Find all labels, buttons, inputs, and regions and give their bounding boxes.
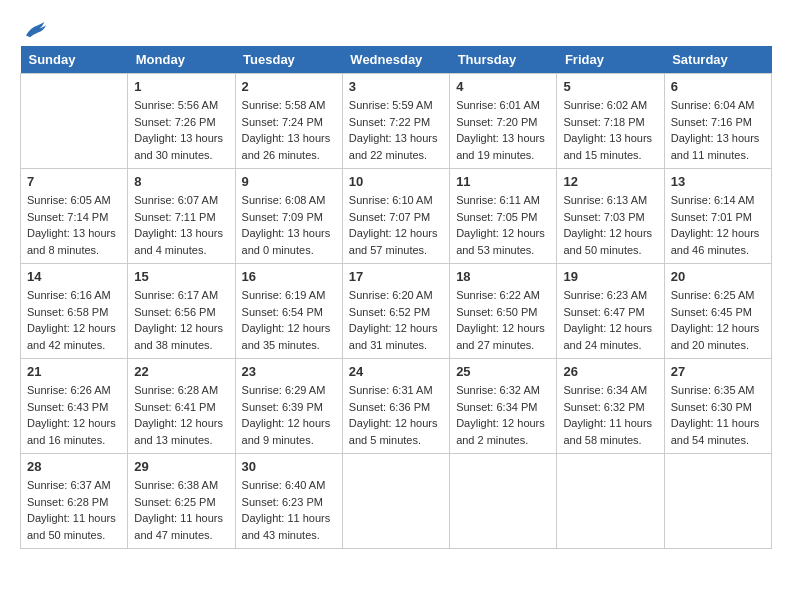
day-info: Sunrise: 6:31 AMSunset: 6:36 PMDaylight:… — [349, 382, 443, 448]
day-info: Sunrise: 6:05 AMSunset: 7:14 PMDaylight:… — [27, 192, 121, 258]
day-number: 14 — [27, 269, 121, 284]
calendar-cell: 5Sunrise: 6:02 AMSunset: 7:18 PMDaylight… — [557, 74, 664, 169]
day-info: Sunrise: 6:34 AMSunset: 6:32 PMDaylight:… — [563, 382, 657, 448]
day-info: Sunrise: 6:32 AMSunset: 6:34 PMDaylight:… — [456, 382, 550, 448]
calendar-cell: 23Sunrise: 6:29 AMSunset: 6:39 PMDayligh… — [235, 359, 342, 454]
day-number: 27 — [671, 364, 765, 379]
calendar-cell: 30Sunrise: 6:40 AMSunset: 6:23 PMDayligh… — [235, 454, 342, 549]
calendar-cell: 26Sunrise: 6:34 AMSunset: 6:32 PMDayligh… — [557, 359, 664, 454]
day-info: Sunrise: 6:20 AMSunset: 6:52 PMDaylight:… — [349, 287, 443, 353]
calendar-cell: 16Sunrise: 6:19 AMSunset: 6:54 PMDayligh… — [235, 264, 342, 359]
day-number: 19 — [563, 269, 657, 284]
day-number: 29 — [134, 459, 228, 474]
calendar-cell: 7Sunrise: 6:05 AMSunset: 7:14 PMDaylight… — [21, 169, 128, 264]
day-number: 3 — [349, 79, 443, 94]
day-number: 28 — [27, 459, 121, 474]
day-number: 8 — [134, 174, 228, 189]
calendar-cell: 24Sunrise: 6:31 AMSunset: 6:36 PMDayligh… — [342, 359, 449, 454]
day-info: Sunrise: 6:02 AMSunset: 7:18 PMDaylight:… — [563, 97, 657, 163]
day-number: 30 — [242, 459, 336, 474]
day-info: Sunrise: 6:07 AMSunset: 7:11 PMDaylight:… — [134, 192, 228, 258]
calendar-cell — [342, 454, 449, 549]
calendar-cell: 29Sunrise: 6:38 AMSunset: 6:25 PMDayligh… — [128, 454, 235, 549]
calendar-cell: 4Sunrise: 6:01 AMSunset: 7:20 PMDaylight… — [450, 74, 557, 169]
day-number: 15 — [134, 269, 228, 284]
day-number: 2 — [242, 79, 336, 94]
day-number: 4 — [456, 79, 550, 94]
calendar-cell: 27Sunrise: 6:35 AMSunset: 6:30 PMDayligh… — [664, 359, 771, 454]
day-info: Sunrise: 6:38 AMSunset: 6:25 PMDaylight:… — [134, 477, 228, 543]
calendar-week-row: 21Sunrise: 6:26 AMSunset: 6:43 PMDayligh… — [21, 359, 772, 454]
day-info: Sunrise: 6:08 AMSunset: 7:09 PMDaylight:… — [242, 192, 336, 258]
day-info: Sunrise: 5:56 AMSunset: 7:26 PMDaylight:… — [134, 97, 228, 163]
weekday-header-sunday: Sunday — [21, 46, 128, 74]
calendar-cell: 3Sunrise: 5:59 AMSunset: 7:22 PMDaylight… — [342, 74, 449, 169]
day-number: 17 — [349, 269, 443, 284]
day-info: Sunrise: 6:16 AMSunset: 6:58 PMDaylight:… — [27, 287, 121, 353]
day-info: Sunrise: 6:22 AMSunset: 6:50 PMDaylight:… — [456, 287, 550, 353]
calendar-week-row: 28Sunrise: 6:37 AMSunset: 6:28 PMDayligh… — [21, 454, 772, 549]
day-number: 26 — [563, 364, 657, 379]
calendar-cell: 17Sunrise: 6:20 AMSunset: 6:52 PMDayligh… — [342, 264, 449, 359]
day-info: Sunrise: 6:17 AMSunset: 6:56 PMDaylight:… — [134, 287, 228, 353]
calendar-cell: 14Sunrise: 6:16 AMSunset: 6:58 PMDayligh… — [21, 264, 128, 359]
logo-bird-icon — [22, 20, 46, 40]
day-number: 16 — [242, 269, 336, 284]
day-number: 18 — [456, 269, 550, 284]
day-number: 13 — [671, 174, 765, 189]
calendar-cell: 25Sunrise: 6:32 AMSunset: 6:34 PMDayligh… — [450, 359, 557, 454]
weekday-header-row: SundayMondayTuesdayWednesdayThursdayFrid… — [21, 46, 772, 74]
day-info: Sunrise: 6:29 AMSunset: 6:39 PMDaylight:… — [242, 382, 336, 448]
day-number: 1 — [134, 79, 228, 94]
day-number: 10 — [349, 174, 443, 189]
day-info: Sunrise: 6:10 AMSunset: 7:07 PMDaylight:… — [349, 192, 443, 258]
day-number: 6 — [671, 79, 765, 94]
calendar-cell: 19Sunrise: 6:23 AMSunset: 6:47 PMDayligh… — [557, 264, 664, 359]
calendar-week-row: 7Sunrise: 6:05 AMSunset: 7:14 PMDaylight… — [21, 169, 772, 264]
calendar-week-row: 1Sunrise: 5:56 AMSunset: 7:26 PMDaylight… — [21, 74, 772, 169]
day-number: 7 — [27, 174, 121, 189]
calendar-cell — [450, 454, 557, 549]
calendar-cell: 9Sunrise: 6:08 AMSunset: 7:09 PMDaylight… — [235, 169, 342, 264]
calendar-cell — [21, 74, 128, 169]
calendar-cell — [557, 454, 664, 549]
calendar-cell: 13Sunrise: 6:14 AMSunset: 7:01 PMDayligh… — [664, 169, 771, 264]
calendar-cell: 20Sunrise: 6:25 AMSunset: 6:45 PMDayligh… — [664, 264, 771, 359]
day-info: Sunrise: 6:35 AMSunset: 6:30 PMDaylight:… — [671, 382, 765, 448]
calendar-cell: 21Sunrise: 6:26 AMSunset: 6:43 PMDayligh… — [21, 359, 128, 454]
page-header — [20, 20, 772, 36]
day-info: Sunrise: 5:59 AMSunset: 7:22 PMDaylight:… — [349, 97, 443, 163]
calendar-table: SundayMondayTuesdayWednesdayThursdayFrid… — [20, 46, 772, 549]
day-info: Sunrise: 6:26 AMSunset: 6:43 PMDaylight:… — [27, 382, 121, 448]
logo — [20, 20, 46, 36]
calendar-cell: 10Sunrise: 6:10 AMSunset: 7:07 PMDayligh… — [342, 169, 449, 264]
weekday-header-thursday: Thursday — [450, 46, 557, 74]
calendar-cell: 28Sunrise: 6:37 AMSunset: 6:28 PMDayligh… — [21, 454, 128, 549]
calendar-cell: 1Sunrise: 5:56 AMSunset: 7:26 PMDaylight… — [128, 74, 235, 169]
day-number: 11 — [456, 174, 550, 189]
calendar-week-row: 14Sunrise: 6:16 AMSunset: 6:58 PMDayligh… — [21, 264, 772, 359]
calendar-cell: 8Sunrise: 6:07 AMSunset: 7:11 PMDaylight… — [128, 169, 235, 264]
day-number: 24 — [349, 364, 443, 379]
weekday-header-monday: Monday — [128, 46, 235, 74]
weekday-header-friday: Friday — [557, 46, 664, 74]
day-number: 23 — [242, 364, 336, 379]
day-info: Sunrise: 6:01 AMSunset: 7:20 PMDaylight:… — [456, 97, 550, 163]
day-info: Sunrise: 6:13 AMSunset: 7:03 PMDaylight:… — [563, 192, 657, 258]
calendar-cell: 15Sunrise: 6:17 AMSunset: 6:56 PMDayligh… — [128, 264, 235, 359]
day-number: 20 — [671, 269, 765, 284]
day-number: 12 — [563, 174, 657, 189]
day-number: 21 — [27, 364, 121, 379]
day-info: Sunrise: 6:37 AMSunset: 6:28 PMDaylight:… — [27, 477, 121, 543]
day-number: 25 — [456, 364, 550, 379]
day-info: Sunrise: 6:25 AMSunset: 6:45 PMDaylight:… — [671, 287, 765, 353]
day-info: Sunrise: 6:14 AMSunset: 7:01 PMDaylight:… — [671, 192, 765, 258]
calendar-cell: 12Sunrise: 6:13 AMSunset: 7:03 PMDayligh… — [557, 169, 664, 264]
day-info: Sunrise: 6:11 AMSunset: 7:05 PMDaylight:… — [456, 192, 550, 258]
calendar-cell: 6Sunrise: 6:04 AMSunset: 7:16 PMDaylight… — [664, 74, 771, 169]
weekday-header-wednesday: Wednesday — [342, 46, 449, 74]
calendar-cell: 11Sunrise: 6:11 AMSunset: 7:05 PMDayligh… — [450, 169, 557, 264]
calendar-cell — [664, 454, 771, 549]
calendar-cell: 2Sunrise: 5:58 AMSunset: 7:24 PMDaylight… — [235, 74, 342, 169]
day-info: Sunrise: 6:19 AMSunset: 6:54 PMDaylight:… — [242, 287, 336, 353]
